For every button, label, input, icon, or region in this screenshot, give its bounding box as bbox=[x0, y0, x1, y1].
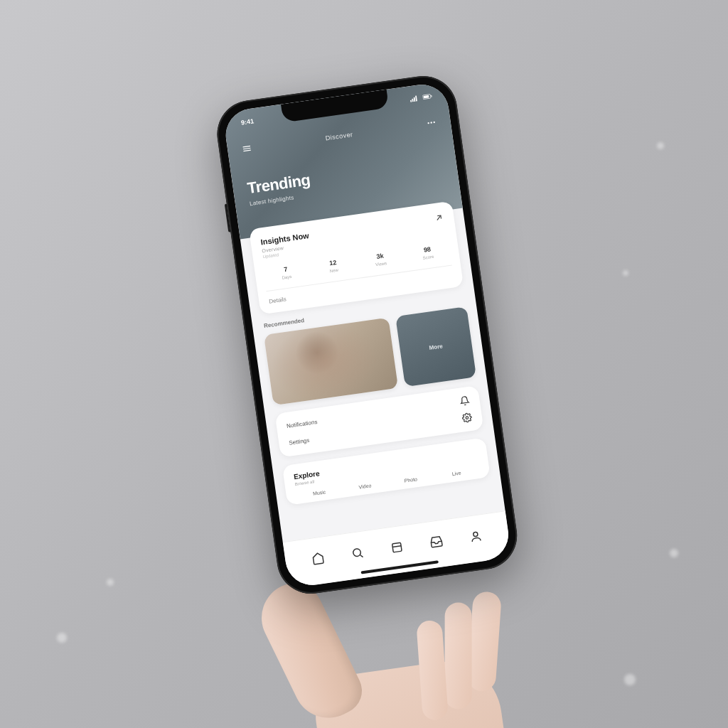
tab-search[interactable] bbox=[350, 545, 365, 560]
explore-col[interactable]: Photo bbox=[387, 474, 434, 486]
phone-frame: 9:41 Discover Trending Latest h bbox=[213, 72, 521, 599]
svg-line-9 bbox=[243, 150, 250, 151]
tab-home[interactable] bbox=[311, 551, 325, 565]
explore-col[interactable]: Music bbox=[296, 487, 342, 498]
search-icon bbox=[350, 545, 365, 560]
svg-rect-1 bbox=[412, 99, 413, 102]
svg-rect-0 bbox=[410, 100, 412, 102]
svg-rect-6 bbox=[431, 95, 432, 97]
media-card-secondary[interactable]: More bbox=[395, 306, 476, 387]
media-side-label: More bbox=[429, 343, 443, 351]
gear-icon bbox=[461, 412, 473, 424]
media-card-primary[interactable] bbox=[264, 318, 398, 406]
battery-icon bbox=[422, 92, 433, 101]
svg-line-7 bbox=[243, 146, 250, 146]
svg-point-15 bbox=[353, 548, 361, 557]
tab-profile[interactable] bbox=[469, 529, 483, 543]
svg-line-18 bbox=[392, 545, 401, 547]
stat-item: 3k Views bbox=[359, 250, 402, 269]
screen: 9:41 Discover Trending Latest h bbox=[223, 81, 512, 588]
inbox-icon bbox=[429, 535, 444, 549]
svg-line-16 bbox=[360, 555, 363, 557]
svg-point-14 bbox=[466, 417, 469, 419]
explore-col[interactable]: Video bbox=[342, 481, 388, 492]
home-icon bbox=[311, 551, 325, 565]
user-icon bbox=[469, 529, 483, 543]
tab-bar bbox=[283, 510, 512, 588]
explore-col[interactable]: Live bbox=[434, 468, 480, 479]
svg-rect-3 bbox=[415, 96, 417, 102]
menu-icon[interactable] bbox=[241, 143, 252, 156]
hero-top-label: Discover bbox=[325, 131, 353, 141]
signal-icon bbox=[410, 94, 420, 102]
svg-point-11 bbox=[430, 122, 432, 124]
tab-inbox[interactable] bbox=[429, 535, 444, 549]
svg-line-8 bbox=[243, 148, 250, 149]
arrow-up-right-icon[interactable] bbox=[433, 212, 444, 226]
tab-library[interactable] bbox=[390, 540, 404, 554]
svg-point-19 bbox=[473, 532, 478, 537]
svg-rect-5 bbox=[423, 95, 429, 99]
bell-icon bbox=[459, 395, 471, 407]
svg-rect-17 bbox=[392, 542, 402, 552]
stat-item: 12 New bbox=[311, 257, 355, 276]
options-icon[interactable] bbox=[426, 117, 437, 130]
status-time: 9:41 bbox=[240, 117, 254, 126]
action-label: Settings bbox=[289, 437, 310, 446]
stat-item: 98 Score bbox=[406, 243, 449, 262]
svg-point-10 bbox=[427, 122, 429, 124]
action-label: Notifications bbox=[286, 418, 317, 429]
svg-point-12 bbox=[433, 122, 435, 124]
svg-rect-2 bbox=[414, 97, 416, 102]
library-icon bbox=[390, 540, 404, 554]
home-indicator[interactable] bbox=[361, 560, 439, 574]
stat-item: 7 Days bbox=[264, 263, 308, 282]
